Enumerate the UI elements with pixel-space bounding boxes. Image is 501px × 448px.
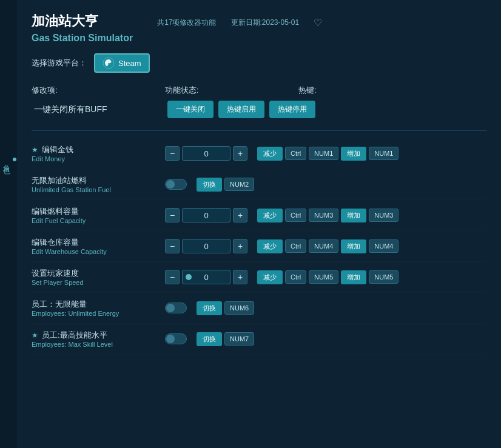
mod-en-text-edit-warehouse-capacity: Edit Warehouse Capacity [32, 248, 153, 255]
hk-combo-edit-fuel-capacity-0[interactable]: Ctrl [285, 209, 306, 222]
mod-name-cn-unlimited-fuel: 无限加油站燃料 [32, 175, 153, 186]
sidebar-text: 角色 [1, 159, 12, 164]
hk-increase-label-edit-fuel-capacity[interactable]: 增加 [341, 209, 366, 222]
stepper-plus-edit-fuel-capacity[interactable]: + [233, 208, 247, 222]
title-block: 加油站大亨 Gas Station Simulator [32, 12, 133, 44]
hk-increase-label-edit-money[interactable]: 增加 [341, 147, 366, 161]
sidebar-label: 角色 [1, 158, 16, 165]
hk-reduce-key-edit-warehouse-capacity-0[interactable]: NUM4 [309, 239, 338, 253]
mod-row-edit-warehouse-capacity: 编辑仓库容量Edit Warehouse Capacity−0+减少CtrlNU… [32, 231, 486, 262]
mod-name-cn-set-player-speed: 设置玩家速度 [32, 268, 153, 279]
toggle-wrap-employees-unlimited-energy [165, 303, 187, 313]
mod-name-cn-employees-max-skill: ★员工:最高技能水平 [32, 330, 153, 341]
toggle-unlimited-fuel[interactable] [165, 179, 187, 190]
stepper-minus-set-player-speed[interactable]: − [165, 270, 180, 284]
column-headers: 修改项: 功能状态: 热键: [32, 85, 486, 96]
modifiers-container: ★编辑金钱Edit Money−0+减少CtrlNUM1增加NUM1无限加油站燃… [32, 138, 486, 355]
mod-en-text-employees-max-skill: Employees: Max Skill Level [32, 341, 153, 348]
hk-reduce-key-edit-fuel-capacity-0[interactable]: NUM3 [309, 209, 338, 222]
star-badge-employees-max-skill: ★ [32, 331, 38, 339]
platform-row: 选择游戏平台： Steam [32, 53, 486, 73]
toggle-knob-employees-max-skill [166, 335, 175, 343]
heart-icon[interactable]: ♡ [314, 17, 322, 28]
stepper-input-edit-warehouse-capacity[interactable]: 0 [182, 239, 230, 253]
mod-name-unlimited-fuel: 无限加油站燃料Unlimited Gas Station Fuel [32, 175, 153, 193]
killswitch-close-button[interactable]: 一键关闭 [167, 101, 214, 118]
toggle-employees-max-skill[interactable] [165, 333, 187, 344]
hotkey-group-edit-warehouse-capacity: 减少CtrlNUM4增加NUM4 [257, 239, 398, 253]
stepper-input-edit-money[interactable]: 0 [182, 146, 230, 161]
mod-name-set-player-speed: 设置玩家速度Set Player Speed [32, 268, 153, 286]
hk-key-employees-unlimited-energy-0[interactable]: NUM6 [224, 301, 254, 315]
mod-cn-text-unlimited-fuel: 无限加油站燃料 [32, 175, 87, 186]
hk-increase-key-edit-money-1[interactable]: NUM1 [369, 147, 398, 160]
hk-switch-label-employees-max-skill[interactable]: 切换 [197, 332, 222, 346]
mod-name-cn-edit-money: ★编辑金钱 [32, 144, 153, 155]
mod-cn-text-edit-warehouse-capacity: 编辑仓库容量 [32, 237, 79, 248]
sidebar: 角色 [0, 0, 17, 448]
mod-cn-text-employees-unlimited-energy: 员工：无限能量 [32, 299, 87, 310]
stepper-minus-edit-money[interactable]: − [165, 146, 180, 161]
stepper-edit-fuel-capacity: −0+ [165, 208, 247, 222]
hk-increase-key-set-player-speed-1[interactable]: NUM5 [369, 270, 398, 284]
mod-name-cn-edit-fuel-capacity: 编辑燃料容量 [32, 206, 153, 217]
stepper-minus-edit-warehouse-capacity[interactable]: − [165, 239, 180, 253]
header: 加油站大亨 Gas Station Simulator 共17项修改器功能 更新… [32, 12, 486, 44]
mod-row-employees-max-skill: ★员工:最高技能水平Employees: Max Skill Level切换NU… [32, 324, 486, 355]
hotkey-group-unlimited-fuel: 切换NUM2 [197, 178, 254, 192]
mod-row-edit-fuel-capacity: 编辑燃料容量Edit Fuel Capacity−0+减少CtrlNUM3增加N… [32, 200, 486, 231]
hotkey-enable-button[interactable]: 热键启用 [218, 101, 264, 118]
hk-key-unlimited-fuel-0[interactable]: NUM2 [224, 178, 254, 191]
hk-reduce-label-set-player-speed[interactable]: 减少 [257, 270, 283, 284]
main-content: 加油站大亨 Gas Station Simulator 共17项修改器功能 更新… [17, 0, 501, 448]
mod-en-text-set-player-speed: Set Player Speed [32, 279, 153, 286]
sidebar-icon [13, 158, 16, 161]
stepper-minus-edit-fuel-capacity[interactable]: − [165, 208, 180, 222]
mod-name-edit-warehouse-capacity: 编辑仓库容量Edit Warehouse Capacity [32, 237, 153, 255]
hk-increase-key-edit-warehouse-capacity-1[interactable]: NUM4 [369, 239, 398, 253]
mod-cn-text-edit-fuel-capacity: 编辑燃料容量 [32, 206, 79, 217]
hk-increase-key-edit-fuel-capacity-1[interactable]: NUM3 [369, 209, 398, 222]
hk-reduce-label-edit-money[interactable]: 减少 [257, 147, 283, 161]
stepper-input-set-player-speed[interactable]: 0 [182, 270, 230, 284]
hk-reduce-key-set-player-speed-0[interactable]: NUM5 [309, 270, 338, 284]
hk-reduce-key-edit-money-0[interactable]: NUM1 [309, 147, 338, 160]
svg-point-1 [108, 63, 110, 65]
app-container: 角色 加油站大亨 Gas Station Simulator 共17项修改器功能… [0, 0, 501, 448]
killswitch-label: 一键关闭所有BUFF [34, 104, 155, 115]
title-cn: 加油站大亨 [32, 12, 133, 30]
hk-combo-set-player-speed-0[interactable]: Ctrl [285, 270, 306, 284]
toggle-employees-unlimited-energy[interactable] [165, 303, 187, 313]
stepper-plus-edit-warehouse-capacity[interactable]: + [233, 239, 247, 253]
mod-name-edit-fuel-capacity: 编辑燃料容量Edit Fuel Capacity [32, 206, 153, 224]
hk-increase-label-edit-warehouse-capacity[interactable]: 增加 [341, 239, 366, 253]
hk-combo-edit-money-0[interactable]: Ctrl [285, 147, 306, 160]
toggle-knob-employees-unlimited-energy [166, 304, 175, 312]
hk-increase-label-set-player-speed[interactable]: 增加 [341, 270, 366, 284]
hotkey-disable-button[interactable]: 热键停用 [269, 101, 315, 118]
hk-switch-label-employees-unlimited-energy[interactable]: 切换 [197, 301, 222, 315]
mod-name-employees-unlimited-energy: 员工：无限能量Employees: Unlimited Energy [32, 299, 153, 317]
stepper-plus-edit-money[interactable]: + [233, 146, 247, 161]
hotkey-group-set-player-speed: 减少CtrlNUM5增加NUM5 [257, 270, 398, 284]
mod-name-cn-edit-warehouse-capacity: 编辑仓库容量 [32, 237, 153, 248]
hk-key-employees-max-skill-0[interactable]: NUM7 [224, 332, 254, 346]
mod-name-cn-employees-unlimited-energy: 员工：无限能量 [32, 299, 153, 310]
col-status-header: 功能状态: [165, 85, 262, 96]
mod-name-edit-money: ★编辑金钱Edit Money [32, 144, 153, 162]
stepper-input-edit-fuel-capacity[interactable]: 0 [182, 208, 230, 222]
killswitch-row: 一键关闭所有BUFF 一键关闭 热键启用 热键停用 [32, 101, 486, 118]
mod-row-edit-money: ★编辑金钱Edit Money−0+减少CtrlNUM1增加NUM1 [32, 138, 486, 169]
mod-en-text-unlimited-fuel: Unlimited Gas Station Fuel [32, 186, 153, 193]
toggle-wrap-unlimited-fuel [165, 179, 187, 190]
stepper-plus-set-player-speed[interactable]: + [233, 270, 247, 284]
hk-switch-label-unlimited-fuel[interactable]: 切换 [197, 178, 222, 192]
hk-reduce-label-edit-fuel-capacity[interactable]: 减少 [257, 209, 283, 222]
mod-en-text-edit-fuel-capacity: Edit Fuel Capacity [32, 217, 153, 224]
steam-button[interactable]: Steam [94, 53, 150, 73]
title-en: Gas Station Simulator [32, 33, 133, 44]
steam-btn-label: Steam [118, 59, 141, 68]
hk-combo-edit-warehouse-capacity-0[interactable]: Ctrl [285, 239, 306, 253]
mod-cn-text-set-player-speed: 设置玩家速度 [32, 268, 79, 279]
hk-reduce-label-edit-warehouse-capacity[interactable]: 减少 [257, 239, 283, 253]
